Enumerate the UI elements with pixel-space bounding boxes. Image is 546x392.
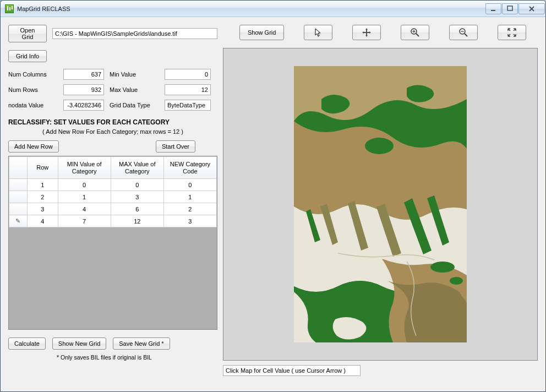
app-icon: [5, 4, 14, 13]
calculate-button[interactable]: Calculate: [8, 337, 46, 350]
cell-min[interactable]: 4: [58, 203, 111, 215]
cell-row[interactable]: 3: [27, 203, 58, 215]
right-panel: Show Grid: [223, 25, 538, 387]
svg-point-13: [430, 262, 455, 273]
show-new-grid-button[interactable]: Show New Grid: [52, 337, 106, 350]
maximize-button[interactable]: [502, 3, 518, 14]
open-grid-button[interactable]: Open Grid: [8, 25, 47, 42]
th-min[interactable]: MIN Value of Category: [58, 157, 111, 179]
num-rows-label: Num Rows: [8, 86, 58, 93]
app-window: MapGrid RECLASS Open Grid Grid Info: [0, 0, 546, 392]
row-header[interactable]: [9, 179, 28, 191]
reclass-table[interactable]: Row MIN Value of Category MAX Value of C…: [9, 156, 217, 227]
svg-rect-1: [507, 6, 512, 10]
svg-point-12: [365, 138, 394, 154]
table-row[interactable]: ✎ 4 7 12 3: [9, 215, 217, 227]
th-row[interactable]: Row: [27, 157, 58, 179]
cell-min[interactable]: 0: [58, 179, 111, 191]
maximize-icon: [505, 4, 515, 14]
svg-rect-3: [364, 32, 369, 33]
reclass-header: RECLASSIFY: SET VALUES FOR EACH CATEGORY: [8, 118, 217, 126]
cell-new[interactable]: 0: [163, 179, 216, 191]
cell-min[interactable]: 7: [58, 215, 111, 227]
cursor-arrow-icon: [313, 28, 323, 37]
cell-row[interactable]: 4: [27, 215, 58, 227]
data-type-label: Grid Data Type: [110, 102, 159, 108]
grid-info-button[interactable]: Grid Info: [8, 50, 47, 62]
table-row[interactable]: 3 4 6 2: [9, 203, 217, 215]
reclass-sub: ( Add New Row For Each Category; max row…: [8, 128, 217, 135]
window-controls: [485, 3, 545, 14]
zoom-in-icon: [410, 28, 420, 37]
nodata-label: nodata Value: [8, 102, 58, 108]
start-over-button[interactable]: Start Over: [156, 140, 195, 153]
cell-value-status[interactable]: [223, 365, 361, 376]
cell-max[interactable]: 6: [111, 203, 163, 215]
titlebar[interactable]: MapGrid RECLASS: [1, 1, 545, 17]
pencil-icon: ✎: [15, 217, 20, 224]
max-val-input[interactable]: [165, 84, 211, 95]
show-grid-button[interactable]: Show Grid: [239, 25, 284, 40]
pan-tool-button[interactable]: [352, 25, 381, 40]
nodata-input[interactable]: [63, 100, 104, 111]
cell-max[interactable]: 3: [111, 191, 163, 203]
svg-line-5: [416, 34, 419, 36]
landuse-map-image: [294, 66, 467, 342]
table-action-row: Add New Row Start Over: [8, 140, 217, 153]
window-title: MapGrid RECLASS: [17, 6, 485, 12]
cell-row[interactable]: 2: [27, 191, 58, 203]
map-toolbar: Show Grid: [223, 25, 538, 40]
zoom-out-icon: [458, 28, 468, 37]
cell-max[interactable]: 0: [111, 179, 163, 191]
close-icon: [527, 4, 537, 14]
table-row[interactable]: 2 1 3 1: [9, 191, 217, 203]
num-cols-label: Num Columns: [8, 71, 58, 78]
data-type-input[interactable]: [165, 100, 211, 111]
bottom-button-row: Calculate Show New Grid Save New Grid *: [8, 337, 217, 350]
table-corner: [9, 157, 28, 179]
min-val-label: Min Value: [110, 71, 159, 78]
row-header[interactable]: [9, 191, 28, 203]
reclass-table-wrap[interactable]: Row MIN Value of Category MAX Value of C…: [8, 156, 217, 330]
num-cols-input[interactable]: [63, 69, 104, 80]
save-footnote: * Only saves BIL files if original is BI…: [8, 354, 217, 361]
num-rows-input[interactable]: [63, 84, 104, 95]
th-new[interactable]: NEW Category Code: [163, 157, 216, 179]
full-extent-button[interactable]: [498, 25, 526, 40]
open-grid-row: Open Grid: [8, 25, 217, 42]
grid-info-row: Grid Info: [8, 50, 217, 62]
zoom-in-button[interactable]: [401, 25, 429, 40]
cell-new[interactable]: 2: [163, 203, 216, 215]
table-row[interactable]: 1 0 0 0: [9, 179, 217, 191]
row-header[interactable]: [9, 203, 28, 215]
map-viewport[interactable]: [223, 48, 538, 361]
pan-arrows-icon: [362, 28, 372, 37]
cursor-tool-button[interactable]: [304, 25, 332, 40]
svg-rect-0: [491, 10, 495, 11]
left-panel: Open Grid Grid Info Num Columns Min Valu…: [8, 25, 217, 387]
cell-max[interactable]: 12: [111, 215, 163, 227]
max-val-label: Max Value: [110, 86, 159, 93]
row-header-editing[interactable]: ✎: [9, 215, 28, 227]
status-row: [223, 365, 538, 376]
save-new-grid-button[interactable]: Save New Grid *: [113, 337, 170, 350]
add-row-button[interactable]: Add New Row: [8, 140, 59, 153]
cell-min[interactable]: 1: [58, 191, 111, 203]
content-area: Open Grid Grid Info Num Columns Min Valu…: [1, 17, 545, 391]
close-button[interactable]: [518, 3, 545, 14]
zoom-out-button[interactable]: [449, 25, 478, 40]
svg-point-14: [450, 277, 463, 285]
cell-new[interactable]: 1: [163, 191, 216, 203]
min-val-input[interactable]: [165, 69, 211, 80]
minimize-button[interactable]: [485, 3, 501, 14]
cell-row[interactable]: 1: [27, 179, 58, 191]
th-max[interactable]: MAX Value of Category: [111, 157, 163, 179]
svg-line-9: [465, 34, 467, 36]
file-path-input[interactable]: [52, 28, 217, 39]
cell-new[interactable]: 3: [163, 215, 216, 227]
grid-info-fields: Num Columns Min Value Num Rows Max Value…: [8, 69, 217, 111]
minimize-icon: [489, 4, 499, 14]
expand-arrows-icon: [507, 28, 517, 37]
